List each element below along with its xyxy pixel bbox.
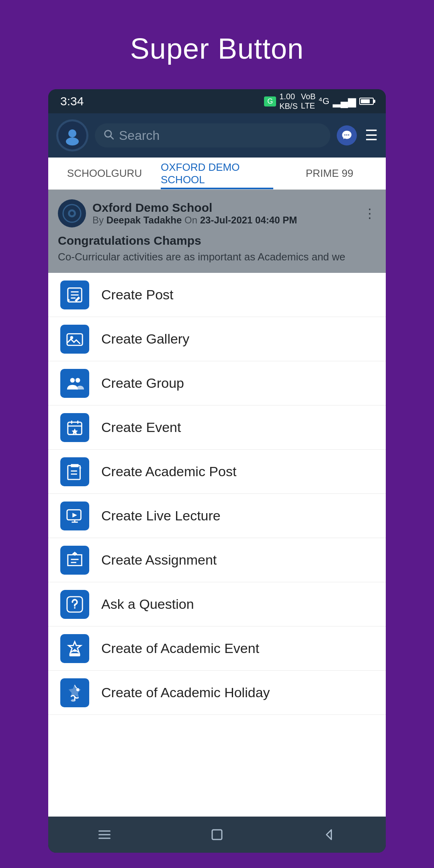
header: Search ☰ <box>48 113 386 158</box>
status-time: 3:34 <box>60 94 84 108</box>
svg-point-39 <box>76 688 80 691</box>
svg-point-30 <box>72 552 77 555</box>
academic-event-icon <box>60 634 89 663</box>
menu-label-create-assignment: Create Assignment <box>101 552 217 568</box>
menu-item-ask-question[interactable]: Ask a Question <box>48 582 386 626</box>
signal-bars-icon: ▂▄▆ <box>333 95 356 108</box>
svg-marker-27 <box>72 513 77 518</box>
svg-rect-23 <box>68 465 80 479</box>
search-text: Search <box>119 128 160 143</box>
menu-item-create-academic-event[interactable]: Create of Academic Event <box>48 626 386 671</box>
post-options-button[interactable]: ⋮ <box>363 206 376 221</box>
svg-point-38 <box>71 699 76 702</box>
svg-marker-44 <box>327 830 332 839</box>
nav-back-button[interactable] <box>322 827 337 842</box>
event-icon <box>60 413 89 442</box>
menu-item-create-group[interactable]: Create Group <box>48 361 386 405</box>
post-meta: Oxford Demo School By Deepak Tadakhe On … <box>92 201 357 226</box>
post-date: By Deepak Tadakhe On 23-Jul-2021 04:40 P… <box>92 215 357 226</box>
svg-point-34 <box>74 607 76 608</box>
post-datetime: 23-Jul-2021 04:40 PM <box>200 215 297 225</box>
battery-icon <box>359 98 374 105</box>
svg-rect-35 <box>70 653 80 656</box>
post-school-name: Oxford Demo School <box>92 201 357 215</box>
status-icons: G 1.00KB/S VoBLTE ⁴G ▂▄▆ <box>264 92 374 111</box>
status-bar: 3:34 G 1.00KB/S VoBLTE ⁴G ▂▄▆ <box>48 89 386 113</box>
menu-label-create-event: Create Event <box>101 420 181 435</box>
svg-point-5 <box>346 134 348 135</box>
post-author: Deepak Tadakhe <box>106 215 182 225</box>
tab-schoolguru[interactable]: SCHOOLGURU <box>48 158 161 189</box>
tab-oxford-demo-school[interactable]: OXFORD DEMO SCHOOL <box>161 158 273 189</box>
menu-item-create-gallery[interactable]: Create Gallery <box>48 317 386 361</box>
menu-list: Create Post Create Gallery <box>48 273 386 817</box>
search-icon <box>103 129 114 143</box>
question-icon <box>60 590 89 619</box>
post-title: Congratulations Champs <box>58 234 376 248</box>
academic-holiday-icon <box>60 678 89 707</box>
menu-label-create-academic-holiday: Create of Academic Holiday <box>101 685 270 700</box>
menu-item-create-live-lecture[interactable]: Create Live Lecture <box>48 494 386 538</box>
svg-marker-22 <box>72 428 78 434</box>
hamburger-icon[interactable]: ☰ <box>365 127 378 144</box>
page-title: Super Button <box>130 32 304 65</box>
svg-point-17 <box>76 378 80 383</box>
svg-point-1 <box>66 137 79 145</box>
phone-frame: 3:34 G 1.00KB/S VoBLTE ⁴G ▂▄▆ <box>48 89 386 853</box>
tab-prime99[interactable]: PRIME 99 <box>273 158 386 189</box>
svg-point-6 <box>348 134 349 135</box>
chat-icon[interactable] <box>337 125 357 145</box>
tabs-bar: SCHOOLGURU OXFORD DEMO SCHOOL PRIME 99 <box>48 158 386 190</box>
svg-point-16 <box>70 378 75 383</box>
menu-item-create-assignment[interactable]: Create Assignment <box>48 538 386 582</box>
volte-icon: VoBLTE <box>301 92 316 111</box>
network-speed: 1.00KB/S <box>279 92 298 111</box>
menu-label-create-academic-post: Create Academic Post <box>101 464 236 479</box>
menu-label-ask-question: Ask a Question <box>101 596 194 612</box>
gallery-icon <box>60 325 89 354</box>
menu-label-create-live-lecture: Create Live Lecture <box>101 508 221 524</box>
post-body: Co-Curricular activities are as importan… <box>58 251 376 263</box>
svg-line-3 <box>111 136 113 139</box>
avatar[interactable] <box>56 119 88 151</box>
svg-point-0 <box>68 129 76 137</box>
post-preview: Oxford Demo School By Deepak Tadakhe On … <box>48 190 386 273</box>
school-logo <box>58 199 86 227</box>
menu-item-create-post[interactable]: Create Post <box>48 273 386 317</box>
assignment-icon <box>60 546 89 575</box>
menu-label-create-post: Create Post <box>101 287 174 303</box>
menu-label-create-academic-event: Create of Academic Event <box>101 641 259 656</box>
menu-item-create-event[interactable]: Create Event <box>48 405 386 450</box>
nav-bar <box>48 817 386 853</box>
svg-point-9 <box>70 211 74 215</box>
svg-rect-43 <box>212 830 222 839</box>
academic-post-icon <box>60 457 89 486</box>
status-badge: G <box>264 96 276 106</box>
header-icons: ☰ <box>337 125 378 145</box>
menu-item-create-academic-post[interactable]: Create Academic Post <box>48 450 386 494</box>
menu-label-create-group: Create Group <box>101 375 184 391</box>
post-icon <box>60 280 89 309</box>
live-lecture-icon <box>60 502 89 530</box>
network-type: ⁴G <box>319 96 329 106</box>
menu-item-create-academic-holiday[interactable]: Create of Academic Holiday <box>48 671 386 715</box>
svg-point-4 <box>344 134 346 135</box>
menu-label-create-gallery: Create Gallery <box>101 331 189 347</box>
nav-home-button[interactable] <box>210 827 224 842</box>
group-icon <box>60 369 89 398</box>
avatar-image <box>58 121 86 149</box>
nav-menu-button[interactable] <box>97 827 112 842</box>
search-bar[interactable]: Search <box>95 123 330 147</box>
